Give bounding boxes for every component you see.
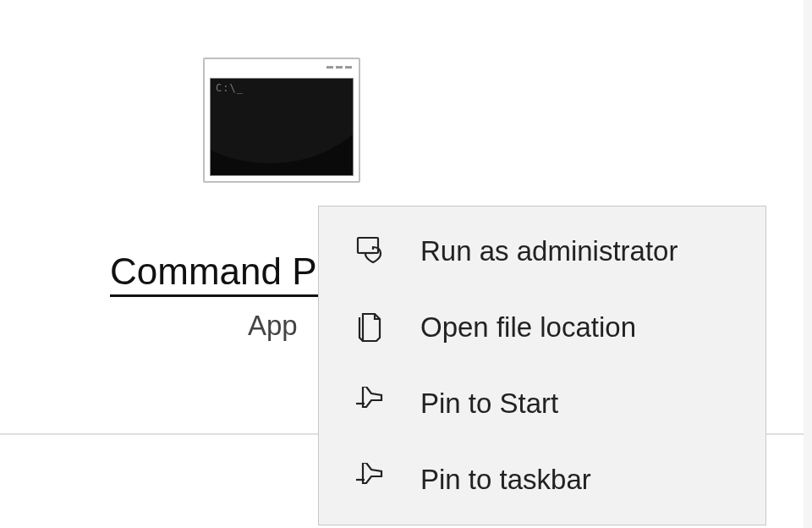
context-menu: Run as administrator Open file location … [318, 206, 766, 525]
app-icon-terminal-screen: C:\_ [210, 78, 354, 176]
menu-item-run-as-administrator[interactable]: Run as administrator [319, 213, 765, 289]
run-as-admin-icon [349, 231, 390, 272]
menu-item-pin-to-taskbar[interactable]: Pin to taskbar [319, 442, 765, 518]
right-edge-strip [804, 0, 812, 528]
svg-rect-0 [358, 238, 378, 253]
pin-icon [349, 383, 390, 424]
open-file-location-icon [349, 307, 390, 348]
pin-icon [349, 459, 390, 500]
menu-item-pin-to-start[interactable]: Pin to Start [319, 366, 765, 442]
app-type-label: App [248, 310, 298, 342]
menu-item-label: Open file location [420, 311, 636, 344]
menu-item-open-file-location[interactable]: Open file location [319, 289, 765, 366]
search-result-panel: C:\_ Command Prompt App Run as administr… [0, 0, 812, 528]
app-icon-titlebar [210, 64, 354, 78]
menu-item-label: Pin to Start [420, 388, 558, 420]
command-prompt-app-icon: C:\_ [203, 58, 360, 183]
menu-item-label: Run as administrator [420, 235, 678, 267]
menu-item-label: Pin to taskbar [420, 464, 591, 496]
app-icon-window-controls [326, 66, 352, 69]
